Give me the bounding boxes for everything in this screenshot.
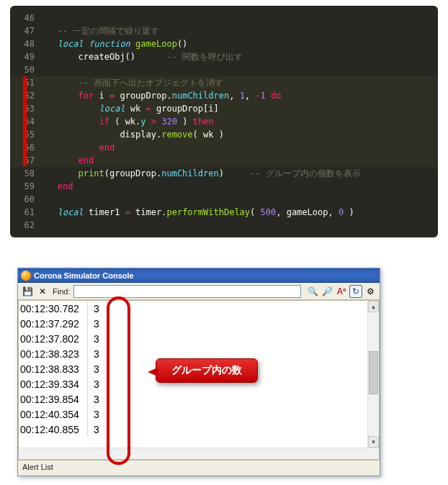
- log-timestamp: 00:12:39.854: [19, 394, 87, 405]
- scrollbar-horizontal[interactable]: [19, 448, 379, 459]
- code-content[interactable]: local wk = groupDrop[i]: [42, 102, 219, 115]
- code-content[interactable]: -- 一定の間隔で繰り返す: [42, 24, 159, 37]
- line-number: 47: [10, 24, 42, 37]
- line-number: 50: [10, 63, 42, 76]
- code-line[interactable]: 57 end: [10, 154, 438, 167]
- code-content[interactable]: end: [42, 180, 73, 193]
- change-marker: [23, 76, 27, 166]
- log-row[interactable]: 00:12:37.2923: [19, 316, 379, 331]
- annotation-callout: グループ内の数: [156, 358, 258, 383]
- log-row[interactable]: 00:12:40.3543: [19, 407, 379, 422]
- find-label: Find:: [53, 287, 70, 296]
- line-number: 59: [10, 180, 42, 193]
- code-content[interactable]: local timer1 = timer.performWithDelay( 5…: [42, 206, 354, 219]
- line-number: 60: [10, 193, 42, 206]
- code-content[interactable]: -- 画面下へ出たオブジェクトを消す: [42, 76, 223, 89]
- code-line[interactable]: 62: [10, 219, 438, 232]
- code-line[interactable]: 49 createObj() -- 関数を呼び出す: [10, 50, 438, 63]
- toolbar: 💾 ✕ Find: 🔍 🔎 Aª ↻ ⚙: [18, 283, 380, 300]
- log-timestamp: 00:12:37.292: [19, 318, 87, 330]
- code-content[interactable]: end: [42, 141, 115, 154]
- log-value: 3: [88, 303, 99, 314]
- log-timestamp: 00:12:38.833: [19, 363, 87, 375]
- log-timestamp: 00:12:37.802: [19, 333, 87, 345]
- titlebar[interactable]: Corona Simulator Console: [18, 268, 380, 283]
- app-icon: [21, 271, 31, 281]
- log-value: 3: [88, 348, 99, 360]
- code-content[interactable]: if ( wk.y > 320 ) then: [42, 115, 214, 128]
- code-line[interactable]: 46: [10, 12, 438, 24]
- match-case-button[interactable]: Aª: [335, 285, 348, 298]
- scrollbar-vertical[interactable]: ▲ ▼: [367, 301, 379, 448]
- find-icon[interactable]: 🔍: [306, 285, 319, 298]
- code-line[interactable]: 51 -- 画面下へ出たオブジェクトを消す: [10, 76, 438, 89]
- log-value: 3: [88, 409, 99, 420]
- log-row[interactable]: 00:12:37.8023: [19, 331, 379, 346]
- scroll-down-arrow[interactable]: ▼: [368, 436, 379, 448]
- settings-button[interactable]: ⚙: [364, 285, 377, 298]
- log-value: 3: [88, 379, 99, 390]
- save-button[interactable]: 💾: [21, 285, 34, 298]
- code-line[interactable]: 55 display.remove( wk ): [10, 128, 438, 141]
- code-line[interactable]: 53 local wk = groupDrop[i]: [10, 102, 438, 115]
- clear-button[interactable]: ✕: [36, 285, 49, 298]
- code-line[interactable]: 52 for i = groupDrop.numChildren, 1, -1 …: [10, 89, 438, 102]
- line-number: 58: [10, 167, 42, 180]
- code-content[interactable]: createObj() -- 関数を呼び出す: [42, 50, 243, 63]
- log-value: 3: [88, 424, 99, 435]
- code-editor: 4647 -- 一定の間隔で繰り返す48 local function game…: [10, 6, 438, 237]
- log-row[interactable]: 00:12:39.8543: [19, 391, 379, 407]
- code-line[interactable]: 47 -- 一定の間隔で繰り返す: [10, 24, 438, 37]
- log-timestamp: 00:12:40.855: [19, 424, 87, 435]
- log-timestamp: 00:12:30.782: [19, 303, 87, 314]
- log-row[interactable]: 00:12:30.7823: [19, 301, 379, 316]
- line-number: 49: [10, 50, 42, 63]
- find-input[interactable]: [73, 285, 301, 298]
- log-value: 3: [88, 318, 99, 330]
- code-line[interactable]: 54 if ( wk.y > 320 ) then: [10, 115, 438, 128]
- code-line[interactable]: 58 print(groupDrop.numChildren) -- グループ内…: [10, 167, 438, 180]
- alert-list-label: Alert List: [18, 460, 380, 474]
- log-timestamp: 00:12:39.334: [19, 379, 87, 390]
- scroll-up-arrow[interactable]: ▲: [368, 301, 379, 312]
- log-timestamp: 00:12:38.323: [19, 348, 87, 360]
- code-line[interactable]: 59 end: [10, 180, 438, 193]
- line-number: 62: [10, 219, 42, 232]
- window-title: Corona Simulator Console: [34, 271, 134, 280]
- code-content[interactable]: local function gameLoop(): [42, 37, 187, 50]
- code-line[interactable]: 56 end: [10, 141, 438, 154]
- code-content[interactable]: end: [42, 154, 94, 167]
- code-line[interactable]: 50: [10, 63, 438, 76]
- log-value: 3: [88, 394, 99, 405]
- code-line[interactable]: 48 local function gameLoop(): [10, 37, 438, 50]
- code-line[interactable]: 61 local timer1 = timer.performWithDelay…: [10, 206, 438, 219]
- find-next-icon[interactable]: 🔎: [321, 285, 333, 298]
- line-number: 48: [10, 37, 42, 50]
- code-content[interactable]: print(groupDrop.numChildren) -- グループ内の個数…: [42, 167, 361, 180]
- log-timestamp: 00:12:40.354: [19, 409, 87, 420]
- line-number: 61: [10, 206, 42, 219]
- code-content[interactable]: for i = groupDrop.numChildren, 1, -1 do: [42, 89, 281, 102]
- code-line[interactable]: 60: [10, 193, 438, 206]
- refresh-button[interactable]: ↻: [349, 285, 362, 298]
- line-number: 46: [10, 12, 42, 24]
- log-value: 3: [88, 363, 99, 375]
- code-content[interactable]: display.remove( wk ): [42, 128, 224, 141]
- log-value: 3: [88, 333, 99, 345]
- scroll-thumb[interactable]: [369, 351, 378, 394]
- log-row[interactable]: 00:12:40.8553: [19, 422, 379, 437]
